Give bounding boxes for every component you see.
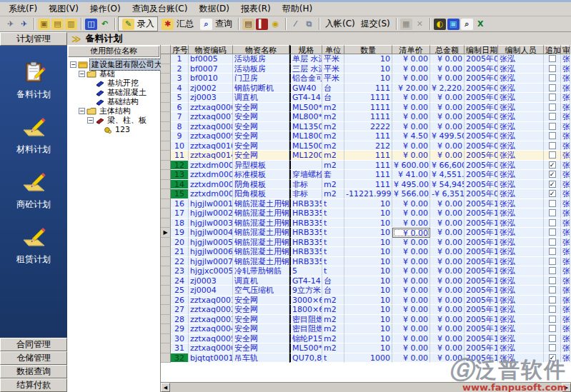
cell-qty[interactable]: 10 <box>344 54 392 64</box>
folder-new-icon[interactable]: ▣ <box>38 19 50 30</box>
cell-append[interactable] <box>544 103 561 113</box>
coins-icon[interactable]: ◉ <box>269 19 282 30</box>
row-indicator[interactable] <box>161 74 171 84</box>
append-checkbox[interactable] <box>549 55 556 62</box>
cell-auditor[interactable]: 张 <box>561 103 570 113</box>
cell-append[interactable]: ✓ <box>544 161 561 171</box>
cell-qty[interactable]: 10 <box>344 199 392 209</box>
cell-qty[interactable]: 111 <box>344 131 392 141</box>
cell-append[interactable] <box>544 228 561 238</box>
query-button[interactable]: ⌕查询 <box>197 17 235 31</box>
cell-total[interactable]: ¥ 0.00 <box>430 141 465 151</box>
append-checkbox[interactable] <box>549 335 556 342</box>
nav-concrete-plan[interactable]: 商砼计划 <box>16 173 51 211</box>
cell-no[interactable]: 17 <box>171 208 189 218</box>
cell-spec[interactable]: ML1500*60 <box>289 141 322 151</box>
cell-price[interactable]: ¥ 0.00 <box>392 286 430 296</box>
row-indicator[interactable] <box>161 305 171 315</box>
cell-code[interactable]: zztxaq0006 <box>189 343 233 353</box>
append-checkbox[interactable] <box>549 248 556 255</box>
append-checkbox[interactable] <box>549 132 556 139</box>
folder-open-icon[interactable]: ▤ <box>51 19 64 30</box>
column-header-date[interactable]: 编制日期 <box>465 45 498 54</box>
cell-code[interactable]: hjgjlw0007 <box>189 257 233 267</box>
row-indicator[interactable] <box>161 286 171 296</box>
cell-code[interactable]: zztxaq0006 <box>189 103 233 113</box>
cell-unit[interactable]: m2 <box>322 189 344 199</box>
cell-auditor[interactable]: 张 <box>561 180 570 190</box>
cell-append[interactable] <box>544 199 561 209</box>
append-checkbox-checked[interactable]: ✓ <box>549 161 556 169</box>
cell-no[interactable]: 12 <box>171 161 189 171</box>
column-header-no[interactable]: 序号 <box>171 45 189 54</box>
cell-qty[interactable]: 111 <box>344 180 392 190</box>
cell-auditor[interactable]: 张 <box>561 247 570 257</box>
cell-qty[interactable]: 10 <box>344 324 392 334</box>
cell-auditor[interactable]: 张 <box>561 208 570 218</box>
cell-spec[interactable]: 铝合金可 <box>289 74 322 84</box>
table-row[interactable]: 20hjgjlw0005钢筋混凝土用钢筋HRB335 18t10¥ 0.00¥ … <box>161 238 571 248</box>
row-indicator[interactable] <box>161 199 171 209</box>
cell-append[interactable] <box>544 131 561 141</box>
cell-append[interactable] <box>544 218 561 228</box>
cell-qty[interactable]: -11221.999 <box>344 189 392 199</box>
summary-button[interactable]: ✱汇总 <box>158 17 197 31</box>
cell-total[interactable]: ¥ 0.00 <box>430 305 465 315</box>
cell-auditor[interactable]: 张 <box>561 64 570 74</box>
column-header-total[interactable]: 总金额 <box>430 45 465 54</box>
cell-append[interactable] <box>544 93 561 103</box>
cell-date[interactable]: 2005年10月 <box>465 286 498 296</box>
cell-name[interactable]: 钢筋混凝土用钢筋 <box>233 218 289 228</box>
cell-append[interactable]: ✓ <box>544 180 561 190</box>
cell-name[interactable]: 安全网 <box>233 315 289 325</box>
table-row[interactable]: 27zztxaq0002安全网1800×600m210¥ 0.00¥ 0.002… <box>161 305 571 315</box>
cell-author[interactable]: 张泓 <box>498 180 544 190</box>
cell-total[interactable]: ¥ 4,551.00 <box>430 170 465 180</box>
cell-qty[interactable]: 10 <box>344 315 392 325</box>
row-indicator[interactable] <box>161 170 171 180</box>
cell-qty[interactable]: 10 <box>344 266 392 276</box>
cell-total[interactable]: -¥ 6,351,6 <box>430 189 465 199</box>
cell-no[interactable]: 19 <box>171 228 189 238</box>
row-indicator-current[interactable]: ▶ <box>161 228 171 238</box>
tree-node-123[interactable]: 123 <box>67 125 160 134</box>
cell-qty[interactable]: 1000 <box>344 353 392 363</box>
append-checkbox[interactable] <box>549 142 556 149</box>
row-indicator[interactable] <box>161 122 171 132</box>
cell-date[interactable]: 2005年09月 <box>465 122 498 132</box>
table-row[interactable]: ▶19hjgjlw0004钢筋混凝土用钢筋HRB335 16t10¥ 0.00¥… <box>161 228 571 238</box>
nav-data-query[interactable]: 数据查询 <box>0 365 67 378</box>
cell-no[interactable]: 5 <box>171 93 189 103</box>
table-row[interactable]: 4zj0002钢筋切断机GW40台111¥ 20.00¥ 2,220.00200… <box>161 84 571 94</box>
cell-append[interactable] <box>544 112 561 122</box>
cell-total[interactable]: ¥ 0.00 <box>430 238 465 248</box>
cell-no[interactable]: 32 <box>171 353 189 363</box>
cell-date[interactable]: 2005年10月 <box>465 257 498 267</box>
cell-no[interactable]: 3 <box>171 74 189 84</box>
expander-icon[interactable]: − <box>79 71 85 77</box>
cell-no[interactable]: 24 <box>171 276 189 286</box>
cell-date[interactable]: 2005年10月 <box>465 266 498 276</box>
append-checkbox[interactable] <box>549 325 556 332</box>
cell-total[interactable]: ¥ 0.00 <box>430 54 465 64</box>
cell-author[interactable]: 张泓 <box>498 286 544 296</box>
cell-append[interactable] <box>544 305 561 315</box>
append-checkbox[interactable] <box>549 228 556 236</box>
cell-unit[interactable]: 平米 <box>322 74 344 84</box>
append-checkbox[interactable] <box>549 267 556 274</box>
cell-name[interactable]: 安全网 <box>233 112 289 122</box>
cell-code[interactable]: bjqtqt0001 <box>189 353 233 363</box>
cell-spec[interactable]: 非标 <box>289 180 322 190</box>
cell-unit[interactable]: t <box>322 199 344 209</box>
cell-code[interactable]: hjgjlw0001 <box>189 199 233 209</box>
cell-qty[interactable]: 10 <box>344 218 392 228</box>
cell-qty[interactable]: 10 <box>344 296 392 306</box>
cell-unit[interactable]: m2 <box>322 141 344 151</box>
append-checkbox[interactable] <box>549 209 556 216</box>
cell-unit[interactable]: m2 <box>322 315 344 325</box>
cell-price[interactable]: ¥ 0.00 <box>392 64 430 74</box>
cell-total[interactable]: ¥ 0.00 <box>430 74 465 84</box>
cell-total[interactable]: ¥ 0.00 <box>430 218 465 228</box>
cell-no[interactable]: 7 <box>171 112 189 122</box>
cell-spec[interactable]: GT4-14 <box>289 276 322 286</box>
